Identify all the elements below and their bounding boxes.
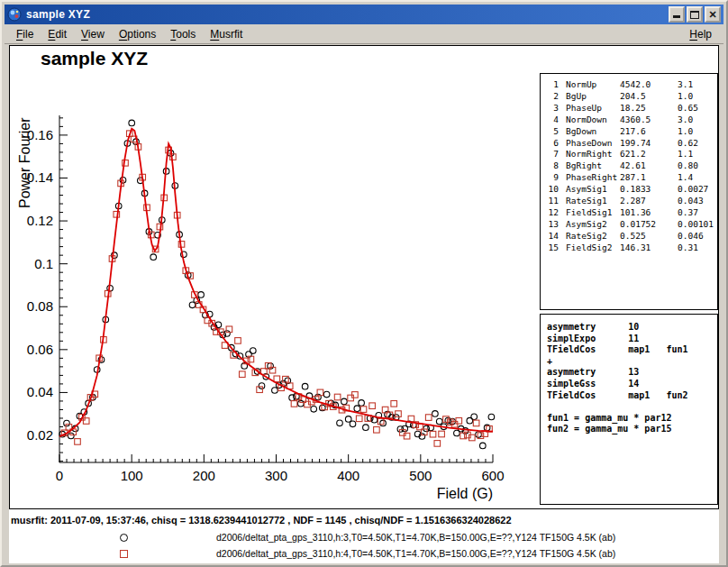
param-val: 4542.0	[620, 79, 678, 91]
param-row-bgright: 8BgRight42.610.80	[545, 160, 717, 172]
param-err: 1.4	[678, 172, 693, 184]
param-name: PhaseUp	[566, 103, 620, 114]
menu-item-tools[interactable]: Tools	[163, 25, 203, 43]
param-val: 146.31	[620, 242, 678, 254]
param-row-fieldsig1: 12FieldSig1101.360.37	[545, 207, 717, 219]
theory-line: simpleGss 14	[547, 379, 717, 390]
param-val: 2.287	[620, 196, 678, 207]
param-name: FieldSig2	[566, 242, 620, 254]
param-row-bgdown: 5BgDown217.61.0	[545, 126, 717, 138]
param-val: 101.36	[620, 207, 678, 219]
param-no: 11	[545, 196, 559, 207]
theory-line: fun2 = gamma_mu * par15	[547, 424, 717, 435]
legend-label: d2006/deltat_pta_gps_3110,h:4,T0=4.50K,T…	[216, 548, 615, 559]
param-no: 15	[545, 242, 559, 254]
param-no: 8	[545, 160, 559, 172]
param-name: RateSig1	[566, 196, 620, 207]
param-err: 0.62	[678, 138, 698, 150]
param-val: 287.1	[620, 172, 678, 184]
param-err: 3.0	[678, 114, 693, 126]
svg-text:300: 300	[265, 468, 287, 483]
param-name: NormUp	[566, 79, 620, 91]
menu-item-file[interactable]: File	[9, 25, 41, 43]
window-title: sample XYZ	[26, 8, 667, 21]
app-icon	[7, 7, 22, 22]
param-name: AsymSig2	[566, 219, 620, 231]
param-rows: 1NormUp4542.03.12BgUp204.51.03PhaseUp18.…	[545, 79, 717, 254]
theory-box: asymmetry 10simplExpo 11TFieldCos map1 f…	[540, 314, 718, 505]
menu-item-help[interactable]: Help	[682, 25, 719, 43]
legend-label: d2006/deltat_pta_gps_3110,h:3,T0=4.50K,T…	[216, 532, 615, 543]
square-marker-icon	[120, 550, 128, 558]
param-val: 0.1833	[620, 184, 678, 196]
param-name: PhaseDown	[566, 138, 620, 150]
param-row-fieldsig2: 15FieldSig2146.310.31	[545, 242, 717, 254]
close-button[interactable]: ✕	[705, 6, 721, 23]
param-no: 14	[545, 231, 559, 242]
theory-line: TFieldCos map1 fun2	[547, 390, 717, 402]
param-name: BgDown	[566, 126, 620, 138]
param-no: 9	[545, 172, 559, 184]
param-row-normright: 7NormRight621.21.1	[545, 149, 717, 160]
param-err: 1.1	[678, 149, 693, 160]
param-no: 12	[545, 207, 559, 219]
theory-line: asymmetry 10	[547, 322, 717, 334]
param-no: 10	[545, 184, 559, 196]
theory-line: asymmetry 13	[547, 367, 717, 379]
param-row-asymsig2: 13AsymSig20.017520.00101	[545, 219, 717, 231]
svg-text:200: 200	[193, 468, 215, 483]
svg-text:0.08: 0.08	[27, 298, 53, 314]
param-row-asymsig1: 10AsymSig10.18330.0027	[545, 184, 717, 196]
param-err: 1.0	[678, 91, 693, 103]
theory-line	[547, 401, 717, 413]
param-name: RateSig2	[566, 231, 620, 242]
param-err: 0.0027	[678, 184, 708, 196]
param-row-ratesig2: 14RateSig20.5250.046	[545, 231, 717, 242]
param-err: 3.1	[678, 79, 693, 91]
plot-svg[interactable]: 01002003004005006000.020.040.060.080.10.…	[10, 46, 523, 506]
svg-text:0.12: 0.12	[27, 213, 53, 228]
app-window: sample XYZ ✕ FileEditViewOptionsToolsMus…	[0, 0, 728, 567]
param-val: 0.525	[620, 231, 678, 242]
svg-text:0: 0	[56, 468, 63, 483]
menubar: FileEditViewOptionsToolsMusrfit Help	[5, 24, 723, 44]
param-row-normup: 1NormUp4542.03.1	[545, 79, 717, 91]
param-name: FieldSig1	[566, 207, 620, 219]
param-row-phasedown: 6PhaseDown199.740.62	[545, 138, 717, 150]
svg-text:Field (G): Field (G)	[437, 486, 493, 501]
param-val: 4360.5	[620, 114, 678, 126]
svg-text:Power Fourier: Power Fourier	[17, 117, 32, 208]
theory-line: simplExpo 11	[547, 334, 717, 345]
maximize-icon	[690, 11, 699, 19]
fit-status-line: musrfit: 2011-07-09, 15:37:46, chisq = 1…	[11, 515, 512, 526]
menu-item-edit[interactable]: Edit	[41, 25, 74, 43]
param-val: 217.6	[620, 126, 678, 138]
param-err: 0.046	[678, 231, 704, 242]
param-val: 18.25	[620, 103, 678, 114]
legend-row: d2006/deltat_pta_gps_3110,h:4,T0=4.50K,T…	[9, 547, 719, 562]
param-err: 0.00101	[678, 219, 714, 231]
menu-item-options[interactable]: Options	[112, 25, 163, 43]
menubar-left: FileEditViewOptionsToolsMusrfit	[9, 25, 250, 43]
menu-item-view[interactable]: View	[74, 25, 112, 43]
menu-item-musrfit[interactable]: Musrfit	[203, 25, 250, 43]
legend-row: d2006/deltat_pta_gps_3110,h:3,T0=4.50K,T…	[9, 531, 719, 546]
maximize-button[interactable]	[687, 6, 703, 23]
menubar-right: Help	[682, 25, 719, 43]
svg-text:0.06: 0.06	[27, 342, 53, 357]
info-pad: musrfit: 2011-07-09, 15:37:46, chisq = 1…	[9, 509, 719, 563]
minimize-icon	[673, 15, 680, 18]
param-name: NormDown	[566, 114, 620, 126]
param-no: 2	[545, 91, 559, 103]
param-name: PhaseRight	[566, 172, 620, 184]
theory-line: +	[547, 356, 717, 368]
svg-text:0.02: 0.02	[27, 427, 53, 443]
param-row-phaseright: 9PhaseRight287.11.4	[545, 172, 717, 184]
param-no: 4	[545, 114, 559, 126]
titlebar[interactable]: sample XYZ ✕	[5, 5, 723, 24]
param-row-ratesig1: 11RateSig12.2870.043	[545, 196, 717, 207]
param-name: AsymSig1	[566, 184, 620, 196]
param-val: 204.5	[620, 91, 678, 103]
param-err: 0.80	[678, 160, 698, 172]
minimize-button[interactable]	[669, 6, 685, 23]
